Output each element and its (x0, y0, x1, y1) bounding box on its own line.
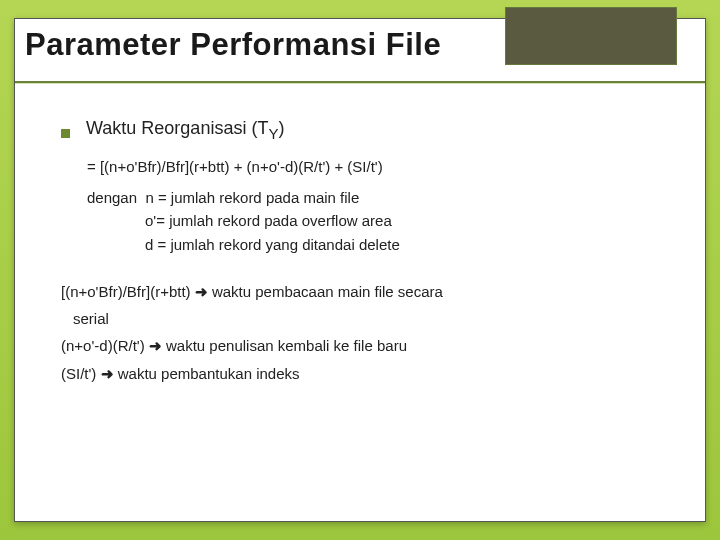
explain1-rhs-b: serial (73, 307, 675, 330)
heading-prefix: Waktu Reorganisasi (T (86, 118, 268, 138)
defs-label: dengan (87, 189, 137, 206)
explain1-lhs: [(n+o'Bfr)/Bfr](r+btt) (61, 283, 191, 300)
arrow-icon: ➜ (195, 283, 208, 300)
arrow-icon: ➜ (101, 365, 114, 382)
heading-subscript: Y (268, 125, 278, 142)
slide-content: Waktu Reorganisasi (TY) = [(n+o'Bfr)/Bfr… (61, 115, 675, 389)
explain2-lhs: (n+o'-d)(R/t') (61, 337, 145, 354)
explanations: [(n+o'Bfr)/Bfr](r+btt) ➜ waktu pembacaan… (61, 280, 675, 385)
arrow-icon: ➜ (149, 337, 162, 354)
def-d: d = jumlah rekord yang ditandai delete (145, 233, 675, 256)
explain1-rhs-a: waktu pembacaan main file secara (212, 283, 443, 300)
def-n: n = jumlah rekord pada main file (145, 189, 359, 206)
explain3-lhs: (SI/t') (61, 365, 96, 382)
explain-row-2: (n+o'-d)(R/t') ➜ waktu penulisan kembali… (61, 334, 675, 357)
title-underline (15, 81, 705, 84)
explain-row-1: [(n+o'Bfr)/Bfr](r+btt) ➜ waktu pembacaan… (61, 280, 675, 303)
explain-row-3: (SI/t') ➜ waktu pembantukan indeks (61, 362, 675, 385)
bullet-square-icon (61, 129, 70, 138)
slide-title: Parameter Performansi File (25, 27, 441, 63)
bullet-item: Waktu Reorganisasi (TY) (61, 115, 675, 145)
def-o: o'= jumlah rekord pada overflow area (145, 209, 675, 232)
section-heading: Waktu Reorganisasi (TY) (86, 115, 284, 145)
definitions: dengan n = jumlah rekord pada main file … (87, 186, 675, 256)
formula-line: = [(n+o'Bfr)/Bfr](r+btt) + (n+o'-d)(R/t'… (87, 155, 675, 178)
explain3-rhs: waktu pembantukan indeks (118, 365, 300, 382)
heading-suffix: ) (278, 118, 284, 138)
slide-card: Parameter Performansi File Waktu Reorgan… (14, 18, 706, 522)
explain2-rhs: waktu penulisan kembali ke file baru (166, 337, 407, 354)
decorative-corner-box (505, 7, 677, 65)
